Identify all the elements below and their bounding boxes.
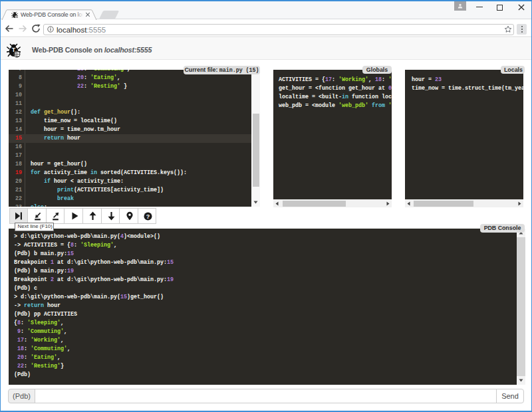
svg-text:?: ? [146, 213, 150, 219]
